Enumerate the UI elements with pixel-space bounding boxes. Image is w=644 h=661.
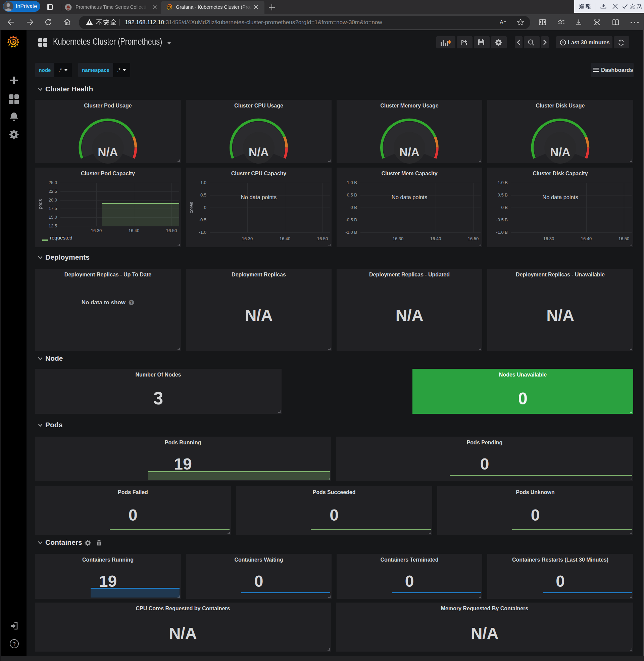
- svg-text:?: ?: [13, 641, 16, 646]
- svg-text:?: ?: [130, 300, 133, 305]
- svg-text:A: A: [500, 20, 503, 25]
